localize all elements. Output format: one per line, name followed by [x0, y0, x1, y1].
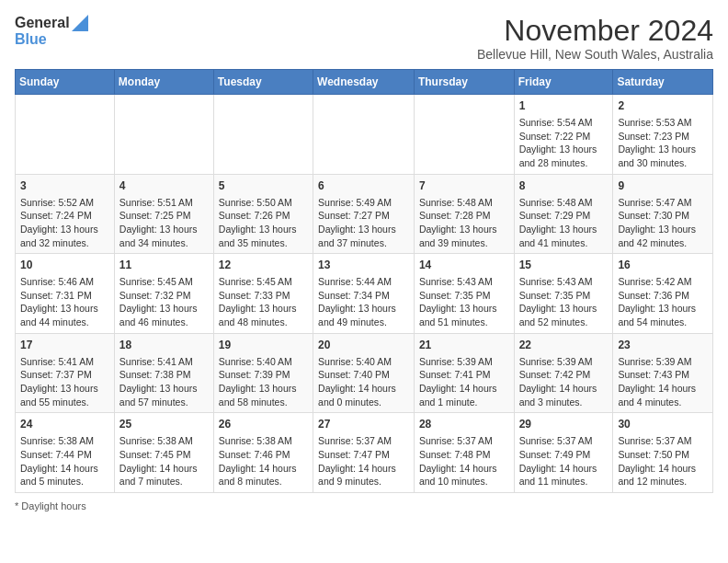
calendar-cell	[114, 95, 213, 175]
day-number: 23	[618, 338, 708, 353]
day-number: 12	[219, 258, 308, 273]
calendar-cell: 16Sunrise: 5:42 AM Sunset: 7:36 PM Dayli…	[613, 254, 713, 334]
day-info: Sunrise: 5:54 AM Sunset: 7:22 PM Dayligh…	[519, 116, 609, 170]
calendar-cell: 3Sunrise: 5:52 AM Sunset: 7:24 PM Daylig…	[16, 174, 115, 254]
calendar-body: 1Sunrise: 5:54 AM Sunset: 7:22 PM Daylig…	[16, 95, 713, 493]
day-of-week-header: Thursday	[414, 70, 514, 95]
day-of-week-header: Tuesday	[213, 70, 313, 95]
calendar-cell	[313, 95, 415, 175]
day-info: Sunrise: 5:41 AM Sunset: 7:38 PM Dayligh…	[119, 355, 209, 409]
calendar-cell: 11Sunrise: 5:45 AM Sunset: 7:32 PM Dayli…	[114, 254, 213, 334]
calendar-cell: 29Sunrise: 5:37 AM Sunset: 7:49 PM Dayli…	[514, 413, 613, 493]
day-number: 8	[519, 178, 609, 194]
day-info: Sunrise: 5:46 AM Sunset: 7:31 PM Dayligh…	[20, 275, 109, 329]
day-of-week-header: Wednesday	[313, 70, 415, 95]
day-number: 11	[119, 258, 209, 273]
calendar-cell: 10Sunrise: 5:46 AM Sunset: 7:31 PM Dayli…	[16, 254, 115, 334]
logo-general: General	[15, 15, 88, 31]
day-number: 2	[618, 98, 708, 114]
day-number: 10	[20, 258, 109, 273]
day-info: Sunrise: 5:42 AM Sunset: 7:36 PM Dayligh…	[618, 275, 708, 329]
day-info: Sunrise: 5:50 AM Sunset: 7:26 PM Dayligh…	[219, 196, 308, 250]
calendar-week-row: 24Sunrise: 5:38 AM Sunset: 7:44 PM Dayli…	[16, 413, 713, 493]
calendar-header: SundayMondayTuesdayWednesdayThursdayFrid…	[16, 70, 713, 95]
day-info: Sunrise: 5:38 AM Sunset: 7:45 PM Dayligh…	[119, 434, 209, 488]
day-of-week-header: Saturday	[613, 70, 713, 95]
day-number: 4	[119, 178, 209, 194]
day-number: 9	[618, 178, 708, 194]
logo: GeneralBlue	[15, 15, 88, 48]
day-number: 22	[519, 338, 609, 353]
day-number: 15	[519, 258, 609, 273]
day-info: Sunrise: 5:41 AM Sunset: 7:37 PM Dayligh…	[20, 355, 109, 409]
day-info: Sunrise: 5:45 AM Sunset: 7:33 PM Dayligh…	[219, 275, 308, 329]
days-of-week-row: SundayMondayTuesdayWednesdayThursdayFrid…	[16, 70, 713, 95]
day-info: Sunrise: 5:53 AM Sunset: 7:23 PM Dayligh…	[618, 116, 708, 170]
day-info: Sunrise: 5:48 AM Sunset: 7:29 PM Dayligh…	[519, 196, 609, 250]
calendar-cell: 21Sunrise: 5:39 AM Sunset: 7:41 PM Dayli…	[414, 333, 514, 413]
title-block: November 2024 Bellevue Hill, New South W…	[477, 15, 713, 62]
day-number: 17	[20, 338, 109, 353]
day-number: 30	[618, 417, 708, 432]
day-info: Sunrise: 5:39 AM Sunset: 7:41 PM Dayligh…	[419, 355, 509, 409]
day-info: Sunrise: 5:47 AM Sunset: 7:30 PM Dayligh…	[618, 196, 708, 250]
day-number: 28	[419, 417, 509, 432]
calendar-cell: 15Sunrise: 5:43 AM Sunset: 7:35 PM Dayli…	[514, 254, 613, 334]
calendar-cell: 14Sunrise: 5:43 AM Sunset: 7:35 PM Dayli…	[414, 254, 514, 334]
day-info: Sunrise: 5:40 AM Sunset: 7:40 PM Dayligh…	[318, 355, 409, 409]
day-number: 24	[20, 417, 109, 432]
calendar-cell: 27Sunrise: 5:37 AM Sunset: 7:47 PM Dayli…	[313, 413, 415, 493]
calendar-cell: 30Sunrise: 5:37 AM Sunset: 7:50 PM Dayli…	[613, 413, 713, 493]
day-number: 6	[318, 178, 409, 194]
calendar-week-row: 10Sunrise: 5:46 AM Sunset: 7:31 PM Dayli…	[16, 254, 713, 334]
day-info: Sunrise: 5:37 AM Sunset: 7:47 PM Dayligh…	[318, 434, 409, 488]
day-info: Sunrise: 5:44 AM Sunset: 7:34 PM Dayligh…	[318, 275, 409, 329]
footer-note: * Daylight hours	[15, 500, 713, 511]
day-info: Sunrise: 5:38 AM Sunset: 7:46 PM Dayligh…	[219, 434, 308, 488]
calendar-cell: 6Sunrise: 5:49 AM Sunset: 7:27 PM Daylig…	[313, 174, 415, 254]
day-number: 21	[419, 338, 509, 353]
calendar-cell: 2Sunrise: 5:53 AM Sunset: 7:23 PM Daylig…	[613, 95, 713, 175]
calendar-cell: 7Sunrise: 5:48 AM Sunset: 7:28 PM Daylig…	[414, 174, 514, 254]
calendar-cell	[16, 95, 115, 175]
calendar-cell: 12Sunrise: 5:45 AM Sunset: 7:33 PM Dayli…	[213, 254, 313, 334]
day-number: 3	[20, 178, 109, 194]
day-info: Sunrise: 5:49 AM Sunset: 7:27 PM Dayligh…	[318, 196, 409, 250]
day-number: 20	[318, 338, 409, 353]
calendar-cell: 9Sunrise: 5:47 AM Sunset: 7:30 PM Daylig…	[613, 174, 713, 254]
day-number: 25	[119, 417, 209, 432]
day-number: 26	[219, 417, 308, 432]
calendar-cell: 25Sunrise: 5:38 AM Sunset: 7:45 PM Dayli…	[114, 413, 213, 493]
calendar-week-row: 1Sunrise: 5:54 AM Sunset: 7:22 PM Daylig…	[16, 95, 713, 175]
calendar-cell: 8Sunrise: 5:48 AM Sunset: 7:29 PM Daylig…	[514, 174, 613, 254]
subtitle: Bellevue Hill, New South Wales, Australi…	[477, 47, 713, 62]
logo-blue: Blue	[15, 31, 88, 48]
day-of-week-header: Friday	[514, 70, 613, 95]
calendar-cell: 4Sunrise: 5:51 AM Sunset: 7:25 PM Daylig…	[114, 174, 213, 254]
day-of-week-header: Monday	[114, 70, 213, 95]
day-info: Sunrise: 5:52 AM Sunset: 7:24 PM Dayligh…	[20, 196, 109, 250]
day-number: 16	[618, 258, 708, 273]
calendar-cell: 24Sunrise: 5:38 AM Sunset: 7:44 PM Dayli…	[16, 413, 115, 493]
day-number: 7	[419, 178, 509, 194]
day-info: Sunrise: 5:39 AM Sunset: 7:43 PM Dayligh…	[618, 355, 708, 409]
day-number: 14	[419, 258, 509, 273]
day-info: Sunrise: 5:38 AM Sunset: 7:44 PM Dayligh…	[20, 434, 109, 488]
calendar-cell: 5Sunrise: 5:50 AM Sunset: 7:26 PM Daylig…	[213, 174, 313, 254]
calendar-week-row: 17Sunrise: 5:41 AM Sunset: 7:37 PM Dayli…	[16, 333, 713, 413]
svg-marker-0	[72, 15, 88, 31]
day-number: 29	[519, 417, 609, 432]
calendar-cell: 22Sunrise: 5:39 AM Sunset: 7:42 PM Dayli…	[514, 333, 613, 413]
day-info: Sunrise: 5:45 AM Sunset: 7:32 PM Dayligh…	[119, 275, 209, 329]
day-info: Sunrise: 5:43 AM Sunset: 7:35 PM Dayligh…	[419, 275, 509, 329]
day-number: 1	[519, 98, 609, 114]
calendar-week-row: 3Sunrise: 5:52 AM Sunset: 7:24 PM Daylig…	[16, 174, 713, 254]
calendar-cell: 26Sunrise: 5:38 AM Sunset: 7:46 PM Dayli…	[213, 413, 313, 493]
calendar-cell: 1Sunrise: 5:54 AM Sunset: 7:22 PM Daylig…	[514, 95, 613, 175]
calendar-cell: 23Sunrise: 5:39 AM Sunset: 7:43 PM Dayli…	[613, 333, 713, 413]
day-of-week-header: Sunday	[16, 70, 115, 95]
day-number: 13	[318, 258, 409, 273]
day-number: 27	[318, 417, 409, 432]
calendar-cell: 18Sunrise: 5:41 AM Sunset: 7:38 PM Dayli…	[114, 333, 213, 413]
day-info: Sunrise: 5:51 AM Sunset: 7:25 PM Dayligh…	[119, 196, 209, 250]
